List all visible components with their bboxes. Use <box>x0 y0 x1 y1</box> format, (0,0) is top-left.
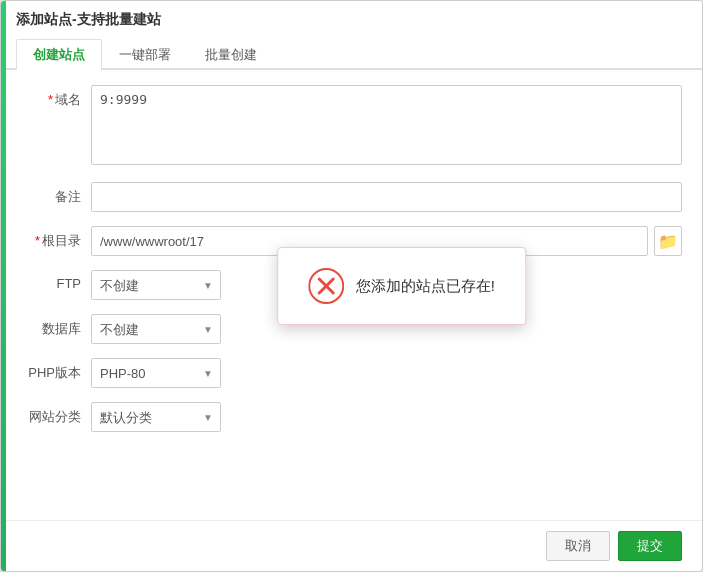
remark-input[interactable] <box>91 182 682 212</box>
category-row: 网站分类 默认分类 ▼ <box>21 402 682 432</box>
domain-label: *域名 <box>21 85 91 109</box>
submit-button[interactable]: 提交 <box>618 531 682 561</box>
ftp-select-wrapper: 不创建 ▼ <box>91 270 221 300</box>
db-select[interactable]: 不创建 <box>91 314 221 344</box>
remark-row: 备注 <box>21 182 682 212</box>
cancel-button[interactable]: 取消 <box>546 531 610 561</box>
error-popup: 您添加的站点已存在! <box>277 247 526 325</box>
title-bar: 添加站点-支持批量建站 <box>1 1 702 39</box>
rootdir-label: *根目录 <box>21 226 91 250</box>
remark-control <box>91 182 682 212</box>
error-message-text: 您添加的站点已存在! <box>356 277 495 296</box>
category-control: 默认分类 ▼ <box>91 402 682 432</box>
dialog-title: 添加站点-支持批量建站 <box>16 11 687 29</box>
required-star2: * <box>35 233 40 248</box>
category-select[interactable]: 默认分类 <box>91 402 221 432</box>
php-select-wrapper: PHP-80 ▼ <box>91 358 221 388</box>
php-control: PHP-80 ▼ <box>91 358 682 388</box>
folder-icon: 📁 <box>658 232 678 251</box>
error-icon <box>308 268 344 304</box>
main-dialog: 添加站点-支持批量建站 创建站点 一键部署 批量创建 *域名 备注 *根 <box>0 0 703 572</box>
required-star: * <box>48 92 53 107</box>
tab-bar: 创建站点 一键部署 批量创建 <box>1 39 702 70</box>
ftp-label: FTP <box>21 270 91 291</box>
tab-one-click-deploy[interactable]: 一键部署 <box>102 39 188 70</box>
db-label: 数据库 <box>21 314 91 338</box>
domain-input[interactable] <box>91 85 682 165</box>
php-select[interactable]: PHP-80 <box>91 358 221 388</box>
php-label: PHP版本 <box>21 358 91 382</box>
category-label: 网站分类 <box>21 402 91 426</box>
domain-control <box>91 85 682 168</box>
dialog-footer: 取消 提交 <box>1 520 702 571</box>
domain-row: *域名 <box>21 85 682 168</box>
folder-browse-button[interactable]: 📁 <box>654 226 682 256</box>
db-select-wrapper: 不创建 ▼ <box>91 314 221 344</box>
left-accent-bar <box>1 1 6 571</box>
tab-batch-create[interactable]: 批量创建 <box>188 39 274 70</box>
tab-create-site[interactable]: 创建站点 <box>16 39 102 70</box>
category-select-wrapper: 默认分类 ▼ <box>91 402 221 432</box>
ftp-select[interactable]: 不创建 <box>91 270 221 300</box>
php-row: PHP版本 PHP-80 ▼ <box>21 358 682 388</box>
remark-label: 备注 <box>21 182 91 206</box>
